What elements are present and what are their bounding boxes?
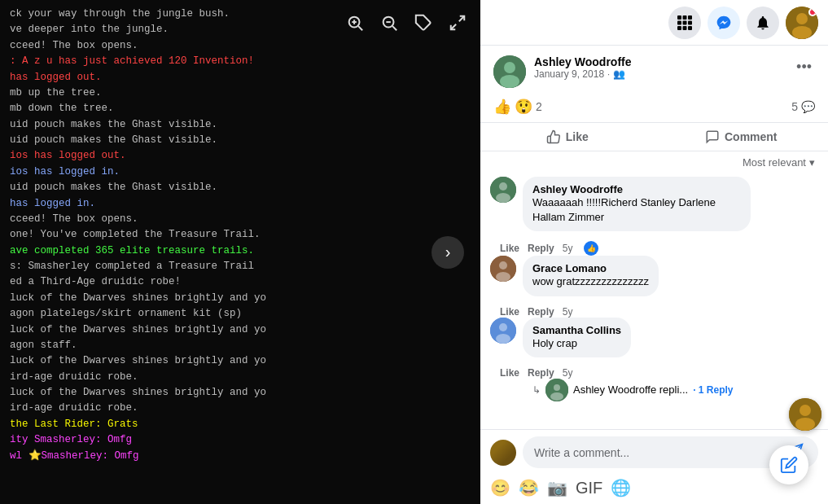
reply-text[interactable]: Ashley Woodroffe repli... <box>573 383 688 396</box>
svg-rect-16 <box>677 26 681 30</box>
sort-chevron-icon: ▾ <box>809 156 815 169</box>
comment-count[interactable]: 5 💬 <box>791 100 815 113</box>
privacy-icon: · <box>607 69 610 79</box>
like-button[interactable]: Like <box>480 123 655 151</box>
svg-point-36 <box>550 392 563 401</box>
game-line: ird-age druidic robe. <box>10 401 471 416</box>
game-line: ave completed 365 elite treasure trails. <box>10 243 471 259</box>
comment-actions: LikeReply5y👍 <box>490 241 818 256</box>
comment-item: Ashley WoodroffeWaaaaaah !!!!!Richerd St… <box>490 177 818 231</box>
comment-reply-button[interactable]: Reply <box>528 367 554 379</box>
like-reaction-badge: 👍 <box>584 241 598 256</box>
game-line: one! You've completed the Treasure Trail… <box>10 227 471 243</box>
facebook-topbar <box>480 0 828 46</box>
game-line: uid pouch makes the Ghast visible. <box>10 133 471 148</box>
game-line: cceed! The box opens. <box>10 38 471 54</box>
comment-author[interactable]: Ashley Woodroffe <box>532 183 741 195</box>
game-line: ity Smasherley: Omfg <box>10 432 471 448</box>
svg-point-21 <box>792 26 812 39</box>
notifications-icon[interactable] <box>747 7 779 39</box>
svg-line-5 <box>392 26 396 30</box>
game-line: the Last Rider: Grats <box>10 417 471 432</box>
comment-button[interactable]: Comment <box>655 123 829 151</box>
next-image-button[interactable]: › <box>432 236 464 269</box>
comment-time: 5y <box>563 306 573 318</box>
svg-point-26 <box>499 182 507 191</box>
game-line: s: Smasherley completed a Treasure Trail <box>10 259 471 274</box>
post-options-button[interactable]: ••• <box>793 55 815 79</box>
game-line: ird-age druidic robe. <box>10 370 471 385</box>
svg-point-35 <box>554 384 560 391</box>
image-toolbar <box>342 10 471 36</box>
comment-reply-button[interactable]: Reply <box>528 243 554 254</box>
game-line: has logged in. <box>10 196 471 212</box>
game-line: luck of the Dwarves shines brightly and … <box>10 385 471 401</box>
laugh-emoji-button[interactable]: 😂 <box>519 478 539 497</box>
floating-avatar[interactable] <box>789 398 821 431</box>
comment-text: Holy crap <box>532 336 621 351</box>
reply-arrow-icon: ↳ <box>532 384 541 396</box>
svg-rect-18 <box>688 26 692 30</box>
game-line: luck of the Dwarves shines brightly and … <box>10 322 471 338</box>
svg-point-23 <box>504 62 515 73</box>
camera-emoji-button[interactable]: 📷 <box>547 478 567 497</box>
comments-section: Ashley WoodroffeWaaaaaah !!!!!Richerd St… <box>480 173 828 429</box>
reaction-count[interactable]: 2 <box>536 100 542 113</box>
svg-point-40 <box>800 405 811 416</box>
comment-text: Waaaaaah !!!!!Richerd Stanley Darlene Ha… <box>532 195 741 225</box>
game-line: agon staff. <box>10 338 471 353</box>
post-meta: Ashley Woodroffe January 9, 2018 · 👥 <box>534 55 785 80</box>
user-avatar-top[interactable] <box>786 7 818 39</box>
tag-icon[interactable] <box>410 10 436 36</box>
apps-icon[interactable] <box>668 7 701 39</box>
wow-emoji: 😲 <box>515 98 532 116</box>
comment-like-button[interactable]: Like <box>500 243 519 254</box>
comment-time: 5y <box>563 243 573 254</box>
post-date: January 9, 2018 · 👥 <box>534 68 785 80</box>
comment-bubble: Samantha CollinsHoly crap <box>523 318 631 357</box>
comment-reply-button[interactable]: Reply <box>528 306 554 318</box>
svg-point-30 <box>496 272 510 282</box>
zoom-in-icon[interactable] <box>342 10 368 36</box>
comment-author[interactable]: Samantha Collins <box>532 324 621 336</box>
game-line: ed a Third-Age druidic robe! <box>10 274 471 290</box>
comment-placeholder: Write a comment... <box>534 446 629 459</box>
post-author-avatar[interactable] <box>493 55 526 88</box>
svg-rect-10 <box>677 15 681 20</box>
game-line: agon platelegs/skirt ornament kit (sp) <box>10 306 471 322</box>
reply-count[interactable]: · 1 Reply <box>693 384 733 396</box>
fab-button[interactable] <box>769 445 808 484</box>
fullscreen-icon[interactable] <box>445 10 471 36</box>
svg-rect-12 <box>688 15 692 20</box>
svg-point-29 <box>499 261 507 270</box>
reply-section: ↳ Ashley Woodroffe repli...· 1 Reply <box>490 379 818 401</box>
game-line: ios has logged out. <box>10 148 471 164</box>
svg-rect-15 <box>688 20 692 24</box>
smiley-emoji-button[interactable]: 😊 <box>490 478 510 497</box>
game-screenshot: ck your way through the jungle bush.ve d… <box>0 0 480 504</box>
comment-bubble-icon: 💬 <box>801 100 815 113</box>
sort-dropdown[interactable]: Most relevant ▾ <box>480 151 828 173</box>
game-line: mb down the tree. <box>10 101 471 116</box>
comment-text: wow gratzzzzzzzzzzzzzz <box>532 274 649 289</box>
game-line: uid pouch makes the Ghast visible. <box>10 117 471 133</box>
comment-author[interactable]: Grace Lomano <box>532 262 649 274</box>
game-panel: ck your way through the jungle bush.ve d… <box>0 0 480 504</box>
svg-rect-17 <box>683 26 687 30</box>
comment-actions: LikeReply5y <box>490 306 818 318</box>
comment-like-button[interactable]: Like <box>500 367 519 379</box>
svg-point-33 <box>496 334 510 344</box>
zoom-out-icon[interactable] <box>376 10 402 36</box>
reactions-bar: 👍 😲 2 5 💬 <box>480 94 828 123</box>
reactions-left: 👍 😲 2 <box>493 98 542 116</box>
gif-emoji-button[interactable]: GIF <box>576 479 602 497</box>
comment-bubble: Ashley WoodroffeWaaaaaah !!!!!Richerd St… <box>523 177 751 231</box>
comment-input-avatar <box>490 440 516 466</box>
game-line: has logged out. <box>10 70 471 85</box>
comment-like-button[interactable]: Like <box>500 306 519 318</box>
post-author-name[interactable]: Ashley Woodroffe <box>534 55 785 68</box>
sticker-emoji-button[interactable]: 🌐 <box>611 478 631 497</box>
privacy-indicator: 👥 <box>613 68 625 80</box>
game-line: luck of the Dwarves shines brightly and … <box>10 353 471 369</box>
messenger-icon[interactable] <box>708 7 740 39</box>
